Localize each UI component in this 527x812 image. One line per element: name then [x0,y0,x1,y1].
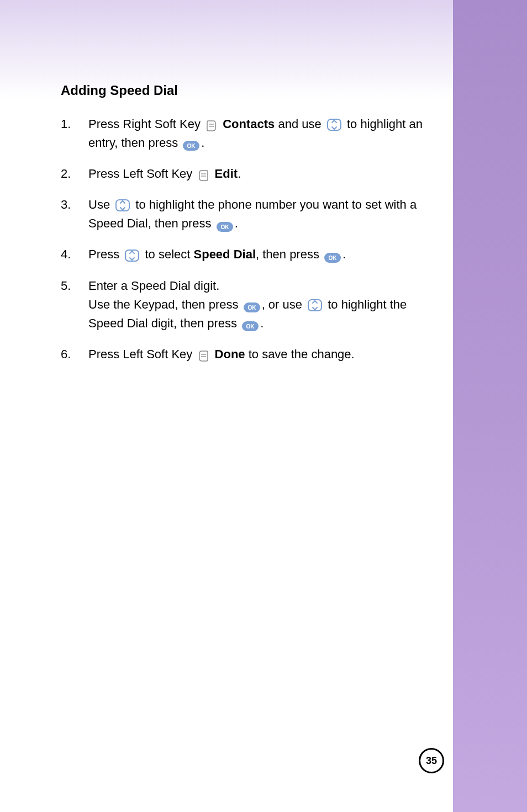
step-content: Enter a Speed Dial digit.Use the Keypad,… [88,277,442,333]
ok-key-icon [216,219,234,230]
page-number: 35 [419,748,444,773]
ok-key-icon [324,250,341,261]
softkey-right-icon [205,119,218,131]
step-number: 1. [61,115,88,152]
softkey-left-icon [197,349,209,361]
step-number: 4. [61,245,88,264]
section-title: Adding Speed Dial [61,83,442,98]
step-item: 3.Use to highlight the phone number you … [61,195,442,233]
ok-key-icon [241,319,259,330]
step-number: 6. [61,345,88,364]
step-list: 1.Press Right Soft Key Contacts and use … [61,115,442,364]
step-content: Press Left Soft Key Edit. [88,164,442,183]
step-number: 3. [61,195,88,233]
bold-label: Done [215,347,245,361]
nav-key-icon [115,199,130,212]
content-area: Adding Speed Dial 1.Press Right Soft Key… [61,83,442,376]
ok-key-icon [182,138,200,149]
step-content: Press Right Soft Key Contacts and use to… [88,115,442,152]
nav-key-icon [326,118,342,131]
nav-key-icon [124,249,140,262]
footer: AX4750 35 [366,748,444,773]
softkey-left-icon [197,168,209,181]
step-item: 5.Enter a Speed Dial digit.Use the Keypa… [61,277,442,333]
step-content: Press to select Speed Dial, then press . [88,245,442,264]
step-number: 5. [61,277,88,333]
model-name: AX4750 [366,753,410,768]
step-item: 4.Press to select Speed Dial, then press… [61,245,442,264]
step-item: 1.Press Right Soft Key Contacts and use … [61,115,442,152]
step-item: 2.Press Left Soft Key Edit. [61,164,442,183]
nav-key-icon [307,299,323,312]
step-item: 6.Press Left Soft Key Done to save the c… [61,345,442,364]
sidebar-background [453,0,527,812]
bold-label: Speed Dial [194,247,256,261]
ok-key-icon [243,300,261,311]
step-content: Press Left Soft Key Done to save the cha… [88,345,442,364]
bold-label: Contacts [223,117,275,131]
bold-label: Edit [215,167,238,181]
step-content: Use to highlight the phone number you wa… [88,195,442,233]
step-number: 2. [61,164,88,183]
